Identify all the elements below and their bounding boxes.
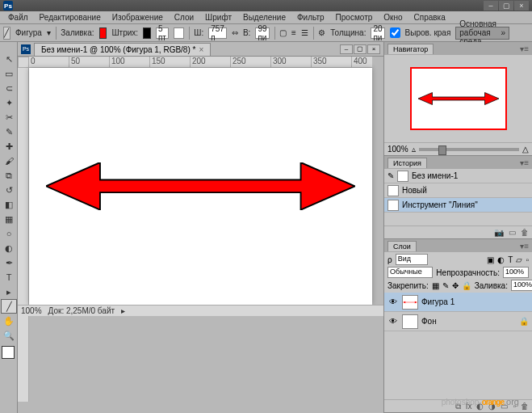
menu-help[interactable]: Справка [409,12,450,23]
ruler-origin[interactable] [18,57,29,68]
path-select-tool[interactable]: ▸ [1,284,17,299]
minimize-button[interactable]: – [484,1,498,11]
heal-tool[interactable]: ✚ [1,139,17,154]
trash-icon[interactable]: 🗑 [521,228,529,237]
navigator-body[interactable] [384,55,532,142]
menu-layers[interactable]: Слои [170,12,199,23]
type-tool[interactable]: T [1,270,17,284]
zoom-in-icon[interactable]: △ [522,145,529,154]
zoom-level[interactable]: 100% [21,306,42,315]
blur-tool[interactable]: ○ [1,226,17,241]
wand-tool[interactable]: ✦ [1,95,17,110]
gear-icon[interactable]: ⚙ [318,28,325,37]
opacity-input[interactable]: 100% [503,267,529,278]
menu-select[interactable]: Выделение [238,12,291,23]
maximize-button[interactable]: ▢ [499,1,513,11]
blend-mode-select[interactable]: Обычные [387,267,433,278]
panel-menu-icon[interactable]: ▾≡ [520,158,529,167]
doc-minimize[interactable]: – [340,44,353,54]
menu-window[interactable]: Окно [379,12,407,23]
stroke-swatch[interactable] [143,27,151,39]
menu-image[interactable]: Изображение [107,12,168,23]
foreground-color[interactable] [2,346,15,359]
eyedropper-tool[interactable]: ✎ [1,124,17,139]
hand-tool[interactable]: ✋ [1,314,17,328]
camera-icon[interactable]: 📷 [494,228,504,237]
layer-thumbnail[interactable] [402,314,418,329]
canvas[interactable] [29,68,372,305]
navigator-thumbnail[interactable] [410,67,507,130]
lock-pixels-icon[interactable]: ▦ [432,281,439,290]
menu-file[interactable]: Файл [3,12,33,23]
filter-type-icon[interactable]: T [508,255,513,264]
stamp-tool[interactable]: ⧉ [1,168,17,183]
line-tool-icon[interactable]: ╱ [3,27,10,40]
kind-filter[interactable]: Вид [396,254,428,265]
move-tool[interactable]: ↖ [1,52,17,66]
line-tool[interactable]: ╱ [1,299,17,314]
fill-swatch[interactable] [99,27,107,39]
filter-shape-icon[interactable]: ▱ [516,255,522,264]
trash-icon[interactable]: 🗑 [521,402,529,411]
navigator-zoom[interactable]: 100% [387,145,408,154]
doc-maximize[interactable]: ▢ [354,44,367,54]
width-input[interactable]: 757 п [208,27,227,39]
visibility-toggle[interactable]: 👁 [387,317,399,326]
navigator-tab[interactable]: Навигатор [387,44,434,54]
stroke-style[interactable] [174,27,183,39]
menu-type[interactable]: Шрифт [200,12,237,23]
lock-position-icon[interactable]: ✥ [452,281,459,290]
pen-tool[interactable]: ✒ [1,255,17,270]
lock-all-icon[interactable]: 🔒 [462,281,471,290]
layer-item[interactable]: 👁 Фигура 1 [384,293,532,312]
panel-menu-icon[interactable]: ▾≡ [520,242,529,251]
layers-tab[interactable]: Слои [387,241,417,251]
lasso-tool[interactable]: ⊂ [1,81,17,95]
layer-item[interactable]: 👁 Фон 🔒 [384,312,532,331]
filter-image-icon[interactable]: ▣ [487,255,494,264]
ruler-vertical[interactable] [18,68,29,402]
layer-fill-input[interactable]: 100% [511,280,532,291]
menu-filter[interactable]: Фильтр [292,12,329,23]
zoom-tool[interactable]: 🔍 [1,328,17,343]
new-snapshot-icon[interactable]: ▭ [509,228,516,237]
menu-edit[interactable]: Редактирование [35,12,106,23]
close-tab-icon[interactable]: × [199,45,203,54]
history-source-icon[interactable]: ✎ [387,171,394,180]
workspace-selector[interactable]: Основная рабочая среда» [455,27,509,40]
history-item[interactable]: ✎ Без имени-1 [384,169,532,183]
arrow-shape[interactable] [46,162,355,210]
filter-smart-icon[interactable]: ▫ [526,255,529,264]
close-button[interactable]: × [514,1,529,11]
filter-adjust-icon[interactable]: ◐ [497,255,505,264]
arrange-icon[interactable]: ☰ [301,28,308,37]
weight-input[interactable]: 20 пи [371,27,384,39]
panel-menu-icon[interactable]: ▾≡ [520,44,529,53]
link-wh-icon[interactable]: ⇔ [232,28,238,37]
navigator-zoom-slider[interactable] [419,148,519,151]
brush-tool[interactable]: 🖌 [1,154,17,168]
stroke-width-input[interactable]: 5 пт [156,27,169,39]
history-item[interactable]: Новый [384,183,532,198]
doc-info-dropdown[interactable]: ▸ [121,306,125,315]
layer-thumbnail[interactable] [402,295,418,310]
align-edges-checkbox[interactable] [390,27,400,38]
dodge-tool[interactable]: ◐ [1,241,17,255]
marquee-tool[interactable]: ▭ [1,66,17,81]
zoom-out-icon[interactable]: ▵ [412,145,416,154]
align-icon[interactable]: ≡ [291,28,296,37]
path-op-icon[interactable]: ▢ [279,28,287,37]
gradient-tool[interactable]: ▦ [1,212,17,226]
crop-tool[interactable]: ✂ [1,110,17,124]
history-item[interactable]: Инструмент "Линия" [384,198,532,213]
document-tab[interactable]: Без имени-1 @ 100% (Фигура 1, RGB/8) * × [34,43,211,56]
doc-close[interactable]: × [367,44,380,54]
history-tab[interactable]: История [387,158,427,168]
lock-paint-icon[interactable]: ✎ [442,281,449,290]
layer-name[interactable]: Фигура 1 [421,297,455,306]
visibility-toggle[interactable]: 👁 [387,297,399,306]
history-brush-tool[interactable]: ↺ [1,183,17,197]
menu-view[interactable]: Просмотр [331,12,378,23]
shape-mode-dropdown[interactable]: ▾ [47,27,51,39]
ruler-horizontal[interactable]: 050100150200250300350400 [29,57,372,68]
